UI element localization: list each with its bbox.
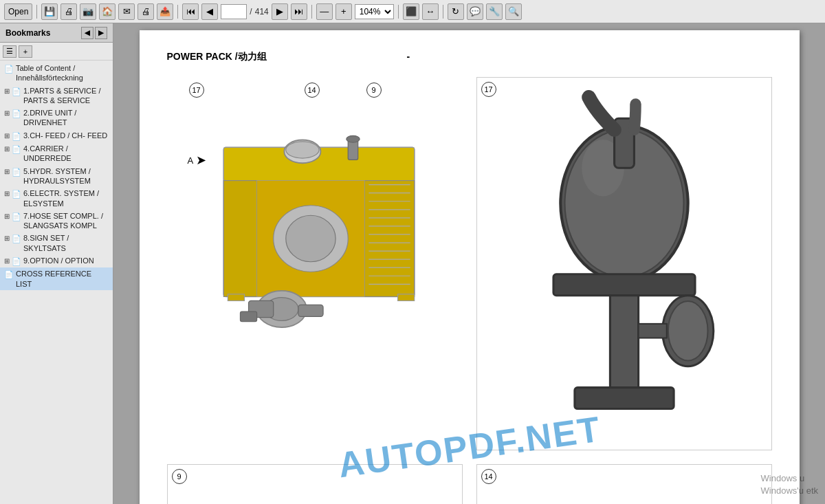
sidebar-item-electr-label: 6.ELECTR. SYSTEM / ELSYSTEM (23, 188, 109, 208)
main-diagram-cell: 17 14 9 A ➤ (167, 77, 463, 450)
tools-button[interactable]: 🔧 (486, 3, 503, 20)
svg-rect-36 (610, 296, 638, 395)
engine-svg (483, 477, 766, 504)
hose-expand-icon: ⊞ (4, 212, 10, 221)
toolbar-separator-5 (443, 5, 443, 19)
sidebar-item-parts[interactable]: ⊞ 📄 1.PARTS & SERVICE / PARTS & SERVICE (0, 85, 113, 107)
print-icon-button[interactable]: 🖨 (60, 3, 77, 20)
drive-icon: 📄 (12, 109, 21, 118)
callout-9-bl: 9 (172, 469, 187, 484)
open-button[interactable]: Open (4, 3, 32, 20)
fit-width-button[interactable]: ↔ (422, 3, 439, 20)
callout-9-main: 9 (366, 83, 382, 98)
windows-watermark: Windows u Windows'u etk (761, 472, 818, 497)
sidebar-item-toc[interactable]: 📄 Table of Content / Innehållsförtecknin… (0, 62, 113, 85)
option-expand-icon: ⊞ (4, 256, 10, 265)
page-separator: / (250, 7, 252, 17)
page-title: POWER PACK /动力组 - (167, 51, 772, 63)
svg-point-19 (285, 215, 335, 262)
sidebar: Bookmarks ◀ ▶ ☰ + 📄 Table of Content / I… (0, 23, 113, 504)
next-page-button[interactable]: ▶ (272, 3, 288, 20)
svg-rect-37 (574, 388, 673, 409)
zoom-select[interactable]: 104% 100% 75% 50% 150% (355, 4, 394, 19)
toolbar-separator-3 (311, 5, 312, 19)
exhaust-svg (483, 90, 766, 444)
sidebar-item-drive[interactable]: ⊞ 📄 2.DRIVE UNIT / DRIVENHET (0, 107, 113, 129)
sidebar-item-parts-label: 1.PARTS & SERVICE / PARTS & SERVICE (23, 86, 109, 106)
svg-point-39 (668, 301, 707, 361)
svg-rect-29 (228, 294, 244, 301)
document-page: POWER PACK /动力组 - AUTOPDF.NET 17 14 9 A (140, 30, 800, 504)
last-page-button[interactable]: ⏭ (291, 3, 307, 20)
fit-page-button[interactable]: ⬛ (403, 3, 419, 20)
electr-expand-icon: ⊞ (4, 189, 10, 198)
save-icon-button[interactable]: 💾 (41, 3, 58, 20)
sidebar-item-hose[interactable]: ⊞ 📄 7.HOSE SET COMPL. / SLANGSATS KOMPL (0, 210, 113, 232)
first-page-button[interactable]: ⏮ (182, 3, 199, 20)
content-area: POWER PACK /动力组 - AUTOPDF.NET 17 14 9 A (113, 23, 825, 504)
frame-svg (173, 477, 456, 504)
toolbar-separator-4 (398, 5, 399, 19)
sidebar-expand-button[interactable]: ▶ (95, 27, 107, 39)
label-a: A ➤ (188, 153, 207, 168)
sidebar-item-carrier[interactable]: ⊞ 📄 4.CARRIER / UNDERREDE (0, 142, 113, 165)
sign-expand-icon: ⊞ (4, 234, 10, 243)
sidebar-menu-button[interactable]: ☰ (3, 45, 16, 58)
mail-icon-button[interactable]: ✉ (118, 3, 135, 20)
svg-rect-2 (223, 181, 256, 297)
bottom-left-diagram-cell: 9 (167, 464, 463, 504)
sidebar-item-chfeed-label: 3.CH- FEED / CH- FEED (23, 131, 107, 140)
export-icon-button[interactable]: 📤 (157, 3, 173, 20)
svg-point-21 (285, 142, 318, 158)
sidebar-item-toc-label: Table of Content / Innehållsförteckning (16, 63, 109, 83)
home-icon-button[interactable]: 🏠 (99, 3, 116, 20)
carrier-icon: 📄 (12, 144, 21, 154)
callout-14-main: 14 (305, 83, 320, 98)
arrow-icon: ➤ (196, 153, 206, 168)
comment-button[interactable]: 💬 (467, 3, 483, 20)
sidebar-item-option-label: 9.OPTION / OPTION (23, 256, 94, 265)
callout-17-tr: 17 (481, 82, 496, 97)
hydr-icon: 📄 (12, 167, 21, 177)
bottom-right-diagram-cell: 14 (476, 464, 772, 504)
sidebar-collapse-button[interactable]: ◀ (81, 27, 94, 39)
sidebar-item-option[interactable]: ⊞ 📄 9.OPTION / OPTION (0, 254, 113, 267)
chfeed-icon: 📄 (12, 131, 21, 141)
zoom-out-button[interactable]: — (316, 3, 333, 20)
page-total: 414 (255, 7, 269, 17)
chfeed-expand-icon: ⊞ (4, 131, 10, 140)
prev-page-button[interactable]: ◀ (201, 3, 218, 20)
page-number-input[interactable]: 18 (221, 4, 247, 19)
callout-14-br: 14 (481, 469, 496, 484)
parts-expand-icon: ⊞ (4, 87, 10, 96)
crossref-icon: 📄 (4, 270, 14, 279)
sidebar-header: Bookmarks ◀ ▶ (0, 23, 113, 43)
electr-icon: 📄 (12, 189, 21, 199)
power-pack-svg (174, 98, 456, 338)
zoom-region-button[interactable]: 🔍 (505, 3, 522, 20)
svg-rect-3 (364, 181, 414, 297)
svg-rect-40 (638, 324, 666, 338)
scan-icon-button[interactable]: 📷 (80, 3, 96, 20)
sidebar-toolbar: ☰ + (0, 43, 113, 61)
toc-icon: 📄 (4, 64, 14, 74)
print2-icon-button[interactable]: 🖨 (138, 3, 154, 20)
sidebar-item-hydr[interactable]: ⊞ 📄 5.HYDR. SYSTEM / HYDRAULSYSTEM (0, 165, 113, 188)
sidebar-item-sign[interactable]: ⊞ 📄 8.SIGN SET / SKYLTSATS (0, 232, 113, 254)
main-area: Bookmarks ◀ ▶ ☰ + 📄 Table of Content / I… (0, 23, 825, 504)
svg-rect-27 (240, 311, 256, 321)
sidebar-add-button[interactable]: + (19, 45, 32, 58)
callout-17-main: 17 (189, 83, 204, 98)
zoom-in-button[interactable]: + (336, 3, 352, 20)
sidebar-item-electr[interactable]: ⊞ 📄 6.ELECTR. SYSTEM / ELSYSTEM (0, 187, 113, 210)
svg-rect-35 (553, 274, 695, 296)
sign-icon: 📄 (12, 234, 21, 243)
svg-rect-30 (397, 294, 414, 301)
drive-expand-icon: ⊞ (4, 109, 10, 118)
sidebar-item-hose-label: 7.HOSE SET COMPL. / SLANGSATS KOMPL (23, 211, 109, 231)
rotate-button[interactable]: ↻ (448, 3, 464, 20)
sidebar-item-crossref[interactable]: 📄 CROSS REFERENCE LIST (0, 267, 113, 290)
sidebar-item-crossref-label: CROSS REFERENCE LIST (16, 269, 109, 289)
sidebar-item-chfeed[interactable]: ⊞ 📄 3.CH- FEED / CH- FEED (0, 129, 113, 142)
top-right-diagram-cell: 17 (476, 77, 772, 450)
